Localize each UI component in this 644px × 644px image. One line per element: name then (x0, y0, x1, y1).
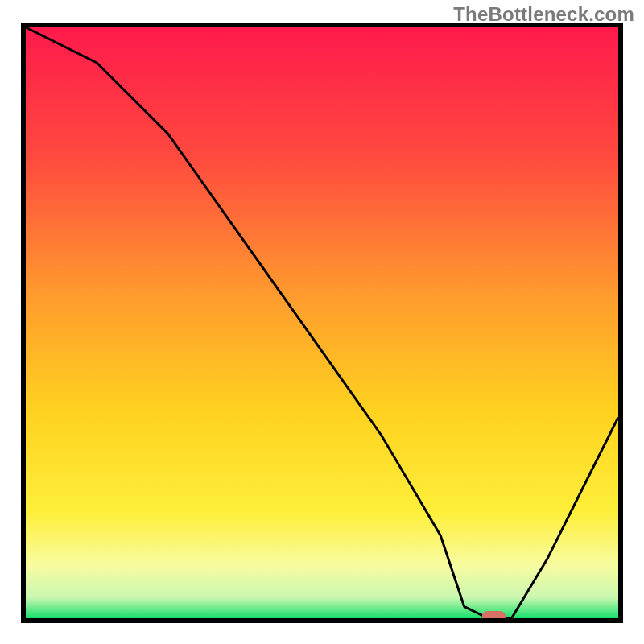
gradient-background (26, 27, 618, 618)
bottleneck-chart (0, 0, 644, 644)
chart-container: TheBottleneck.com (0, 0, 644, 644)
watermark-label: TheBottleneck.com (453, 3, 634, 26)
